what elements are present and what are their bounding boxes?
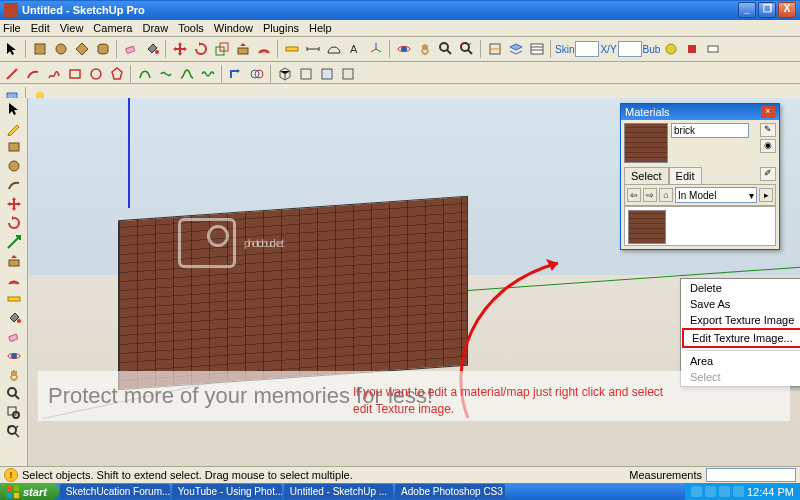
- ctx-edit-texture-image[interactable]: Edit Texture Image...: [682, 328, 800, 348]
- eraser-tool-icon[interactable]: [121, 39, 141, 59]
- tray-icon[interactable]: [705, 486, 716, 497]
- top-view-icon[interactable]: [296, 64, 316, 84]
- intersect-icon[interactable]: [247, 64, 267, 84]
- menu-view[interactable]: View: [60, 22, 84, 34]
- pan-icon[interactable]: [2, 366, 26, 384]
- ctx-export-texture[interactable]: Export Texture Image: [682, 312, 800, 328]
- tray-icon[interactable]: [719, 486, 730, 497]
- materials-library-dropdown[interactable]: In Model: [675, 187, 757, 203]
- axes-tool-icon[interactable]: [366, 39, 386, 59]
- tape-icon[interactable]: [2, 290, 26, 308]
- wave-tool-icon[interactable]: [198, 64, 218, 84]
- bezier-tool-icon[interactable]: [135, 64, 155, 84]
- ctx-area[interactable]: Area: [682, 353, 800, 369]
- taskbar-item-4[interactable]: Adobe Photoshop CS3: [395, 484, 505, 499]
- start-button[interactable]: start: [0, 483, 59, 500]
- brick-wall-model[interactable]: [118, 196, 468, 390]
- menu-camera[interactable]: Camera: [93, 22, 132, 34]
- rotate-icon[interactable]: [2, 214, 26, 232]
- viewport[interactable]: photobucket Materials × ✎ ◉ Select: [28, 98, 800, 466]
- stop-icon[interactable]: [682, 39, 702, 59]
- color-picker-icon[interactable]: ◉: [760, 139, 776, 153]
- tape-tool-icon[interactable]: [282, 39, 302, 59]
- menu-draw[interactable]: Draw: [142, 22, 168, 34]
- maximize-button[interactable]: ❐: [758, 2, 776, 18]
- pushpull-tool-icon[interactable]: [233, 39, 253, 59]
- dropper-icon[interactable]: ✐: [760, 167, 776, 181]
- menu-tools[interactable]: Tools: [178, 22, 204, 34]
- materials-thumbnail-grid[interactable]: [624, 206, 776, 246]
- text-tool-icon[interactable]: A: [345, 39, 365, 59]
- minimize-button[interactable]: _: [738, 2, 756, 18]
- polygon2-tool-icon[interactable]: [107, 64, 127, 84]
- home-icon[interactable]: ⌂: [659, 188, 673, 202]
- iso-view-icon[interactable]: [275, 64, 295, 84]
- taskbar-item-3[interactable]: Untitled - SketchUp ...: [284, 484, 393, 499]
- layers-icon[interactable]: [506, 39, 526, 59]
- rotate-tool-icon[interactable]: [191, 39, 211, 59]
- select-tool-icon[interactable]: [2, 39, 22, 59]
- toggle-icon[interactable]: [703, 39, 723, 59]
- materials-panel-titlebar[interactable]: Materials ×: [621, 104, 779, 120]
- protractor-tool-icon[interactable]: [324, 39, 344, 59]
- paint-bucket-icon[interactable]: [142, 39, 162, 59]
- tray-icon[interactable]: [733, 486, 744, 497]
- offset-icon[interactable]: [2, 271, 26, 289]
- zoom-extents2-icon[interactable]: [2, 423, 26, 441]
- right-view-icon[interactable]: [338, 64, 358, 84]
- taskbar-item-2[interactable]: YouTube - Using Phot...: [172, 484, 282, 499]
- paint-icon[interactable]: [2, 309, 26, 327]
- ctx-save-as[interactable]: Save As: [682, 296, 800, 312]
- menu-window[interactable]: Window: [214, 22, 253, 34]
- material-name-input[interactable]: [671, 123, 749, 138]
- zoom-icon[interactable]: [2, 385, 26, 403]
- rectangle-icon[interactable]: [2, 138, 26, 156]
- details-icon[interactable]: ▸: [759, 188, 773, 202]
- shape-tool-icon[interactable]: [30, 39, 50, 59]
- arc-tool-icon[interactable]: [23, 64, 43, 84]
- ctx-delete[interactable]: Delete: [682, 280, 800, 296]
- cylinder-tool-icon[interactable]: [93, 39, 113, 59]
- move-tool-icon[interactable]: [170, 39, 190, 59]
- pan-tool-icon[interactable]: [415, 39, 435, 59]
- pencil-icon[interactable]: [2, 119, 26, 137]
- nav-back-icon[interactable]: ⇦: [627, 188, 641, 202]
- materials-panel[interactable]: Materials × ✎ ◉ Select Edit ✐ ⇦: [620, 103, 780, 250]
- skin-y-input[interactable]: [618, 41, 642, 57]
- materials-tab-select[interactable]: Select: [624, 167, 669, 184]
- bub-icon[interactable]: [661, 39, 681, 59]
- menu-file[interactable]: File: [3, 22, 21, 34]
- material-preview-swatch[interactable]: [624, 123, 668, 163]
- zoom-window-icon[interactable]: [2, 404, 26, 422]
- eraser-icon[interactable]: [2, 328, 26, 346]
- system-tray[interactable]: 12:44 PM: [685, 483, 800, 500]
- menu-edit[interactable]: Edit: [31, 22, 50, 34]
- line-tool-icon[interactable]: [2, 64, 22, 84]
- skin-x-input[interactable]: [575, 41, 599, 57]
- freehand-tool-icon[interactable]: [44, 64, 64, 84]
- skin-label[interactable]: Skin: [555, 44, 574, 55]
- materials-close-icon[interactable]: ×: [761, 106, 775, 118]
- menu-help[interactable]: Help: [309, 22, 332, 34]
- menu-plugins[interactable]: Plugins: [263, 22, 299, 34]
- measurements-input[interactable]: [706, 468, 796, 482]
- clock[interactable]: 12:44 PM: [747, 486, 794, 498]
- scale2-icon[interactable]: [2, 233, 26, 251]
- nav-fwd-icon[interactable]: ⇨: [643, 188, 657, 202]
- material-thumb-brick[interactable]: [628, 210, 666, 244]
- materials-tab-edit[interactable]: Edit: [669, 167, 702, 184]
- polygon-tool-icon[interactable]: [72, 39, 92, 59]
- orbit-icon[interactable]: [2, 347, 26, 365]
- arc-icon[interactable]: [2, 176, 26, 194]
- rect-tool-icon[interactable]: [65, 64, 85, 84]
- outliner-icon[interactable]: [527, 39, 547, 59]
- curve-tool-icon[interactable]: [156, 64, 176, 84]
- move-icon[interactable]: [2, 195, 26, 213]
- section-tool-icon[interactable]: [485, 39, 505, 59]
- tray-icon[interactable]: [691, 486, 702, 497]
- close-button[interactable]: X: [778, 2, 796, 18]
- pushpull-icon[interactable]: [2, 252, 26, 270]
- offset-tool-icon[interactable]: [254, 39, 274, 59]
- taskbar-item-1[interactable]: SketchUcation Forum...: [60, 484, 170, 499]
- spline-tool-icon[interactable]: [177, 64, 197, 84]
